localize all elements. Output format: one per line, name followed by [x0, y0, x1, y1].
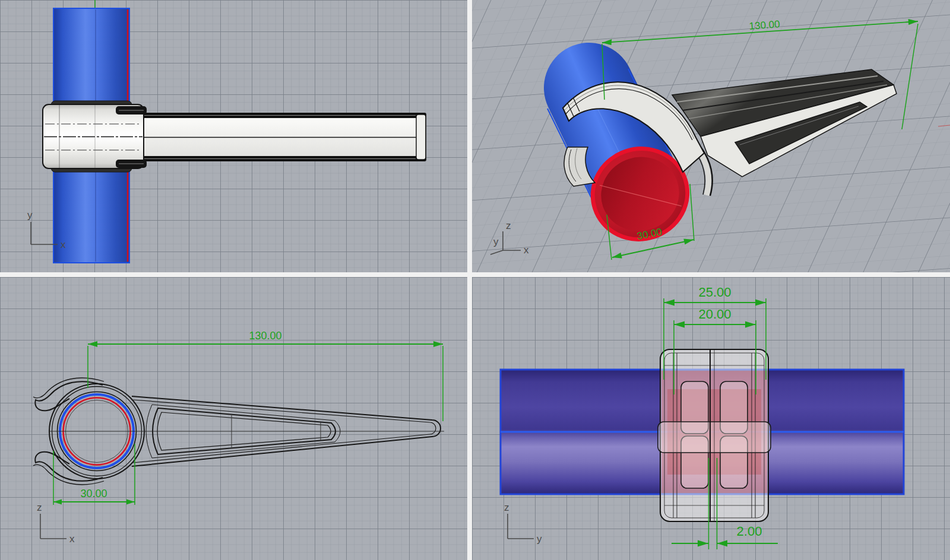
dimension-length-front[interactable]: 130.00	[88, 330, 443, 421]
cad-workspace: y x	[0, 0, 950, 560]
viewport-divider-horizontal[interactable]	[0, 272, 950, 277]
axis-label-y: y	[493, 236, 499, 247]
axis-label-z: z	[37, 502, 42, 513]
dimension-text[interactable]: 25.00	[698, 285, 731, 300]
dimension-text[interactable]: 130.00	[249, 330, 281, 342]
dimension-text[interactable]: 30.00	[80, 488, 107, 499]
axis-label-x: x	[524, 244, 529, 256]
axis-label-x: x	[61, 239, 66, 250]
axis-label-y: y	[537, 533, 542, 545]
axis-label-x: x	[69, 533, 75, 545]
geometry-overlay: y x	[0, 0, 950, 560]
axis-gnomon-perspective: z x y	[490, 220, 529, 256]
dimension-text[interactable]: 2.00	[737, 524, 762, 539]
axis-label-z: z	[504, 502, 509, 513]
axis-label-z: z	[506, 220, 511, 231]
dimension-text[interactable]: 130.00	[749, 18, 780, 32]
clip-part-perspective-front[interactable]	[672, 69, 897, 196]
axis-gnomon-front: z x	[37, 502, 75, 545]
x-axis-line	[938, 125, 950, 126]
clip-wireframe-front[interactable]	[33, 378, 444, 485]
clamp-right-view-translucent[interactable]	[658, 349, 771, 521]
axis-label-y: y	[27, 209, 33, 221]
dimension-text[interactable]: 20.00	[698, 307, 731, 322]
clamp-top-view[interactable]	[43, 101, 426, 172]
axis-gnomon-right: z y	[504, 502, 542, 545]
viewport-divider-vertical[interactable]	[467, 0, 472, 560]
